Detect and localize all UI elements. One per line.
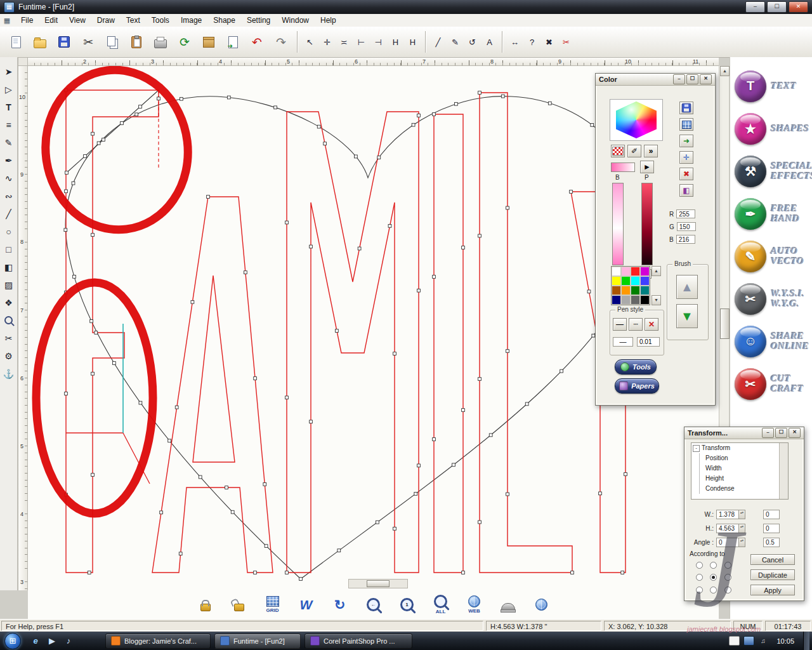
- transform-close-button[interactable]: ✕: [789, 428, 801, 438]
- import-button[interactable]: [221, 30, 244, 54]
- open-button[interactable]: [29, 30, 51, 54]
- taskbar-clock[interactable]: 10:05: [771, 637, 799, 645]
- rotate-view-button[interactable]: ↻: [327, 592, 353, 618]
- remove-color-button[interactable]: ✖: [679, 168, 693, 180]
- tree-item-position[interactable]: Position: [691, 453, 788, 463]
- stray-line-path[interactable]: [67, 90, 159, 173]
- swatch[interactable]: [631, 286, 640, 295]
- path-node[interactable]: [157, 97, 160, 100]
- path-node[interactable]: [113, 362, 116, 365]
- scissors-tool[interactable]: ✂: [1, 329, 17, 347]
- heart-outline-path[interactable]: [65, 96, 641, 579]
- pencil-tool[interactable]: ✎: [1, 134, 17, 151]
- horizontal-scrollbar-thumb[interactable]: [367, 580, 390, 587]
- swatch[interactable]: [612, 267, 621, 276]
- zoom-all-button[interactable]: ALL: [428, 592, 454, 618]
- path-node[interactable]: [501, 95, 504, 98]
- delete-node-button[interactable]: ✖: [541, 34, 557, 50]
- zoom-previous-button[interactable]: ←: [360, 592, 387, 618]
- path-node[interactable]: [299, 578, 303, 581]
- duplicate-button[interactable]: Duplicate: [750, 569, 795, 580]
- tools-button[interactable]: Tools: [615, 359, 657, 375]
- letter-m-path[interactable]: [287, 112, 419, 573]
- start-button[interactable]: ⊞: [4, 633, 21, 649]
- pattern-fill-button[interactable]: [611, 145, 625, 157]
- quick-launch-media[interactable]: ♪: [62, 634, 75, 648]
- sidebar-item-wysiwyg[interactable]: ✂ W.Y.S.I.W.Y.G.: [730, 277, 812, 320]
- node-select-button[interactable]: ↖: [302, 34, 318, 50]
- swatch[interactable]: [612, 276, 621, 286]
- anchor-radio[interactable]: [724, 574, 731, 581]
- distribute-horizontal-button[interactable]: H: [405, 34, 421, 50]
- text-tool[interactable]: T: [1, 98, 17, 116]
- direct-select-tool[interactable]: ▷: [1, 81, 17, 98]
- vertical-scrollbar-thumb[interactable]: [720, 308, 730, 339]
- quick-launch-browser[interactable]: e: [29, 634, 43, 648]
- transform-tree[interactable]: -Transform Position Width Height Condens…: [691, 442, 789, 500]
- print-button[interactable]: [149, 30, 172, 54]
- unlock-button[interactable]: [226, 592, 252, 618]
- path-node[interactable]: [478, 378, 481, 381]
- path-node[interactable]: [358, 247, 361, 250]
- letter-l-path[interactable]: [480, 93, 572, 573]
- gradient-strip[interactable]: [611, 162, 635, 172]
- path-node[interactable]: [254, 571, 257, 574]
- anchor-radio[interactable]: [696, 587, 703, 594]
- taskbar-item-funtime[interactable]: Funtime - [Fun2]: [214, 633, 301, 649]
- letter-i-path[interactable]: [434, 114, 463, 573]
- sidebar-item-shapes[interactable]: ★ SHAPES: [730, 107, 812, 150]
- zoom-actual-button[interactable]: 1: [394, 592, 421, 618]
- path-node[interactable]: [65, 171, 69, 175]
- node-align-button[interactable]: ≍: [336, 34, 352, 50]
- zoom-tool[interactable]: [1, 312, 17, 329]
- path-node[interactable]: [599, 492, 602, 495]
- path-node[interactable]: [121, 122, 124, 125]
- knife-tool[interactable]: ╱: [1, 205, 17, 222]
- text-paragraph-tool[interactable]: ≡: [1, 116, 17, 133]
- rectangle-tool[interactable]: □: [1, 241, 17, 258]
- path-node[interactable]: [489, 434, 492, 437]
- swatch[interactable]: [612, 286, 621, 295]
- pen-solid-button[interactable]: —: [613, 318, 627, 331]
- menu-edit[interactable]: Edit: [39, 15, 63, 26]
- menu-image[interactable]: Image: [175, 15, 207, 26]
- cut-button[interactable]: ✂: [77, 30, 100, 54]
- path-node[interactable]: [393, 352, 396, 355]
- child-window-icon[interactable]: ▦: [3, 16, 11, 25]
- swatch[interactable]: [631, 276, 640, 286]
- anchor-radio[interactable]: [710, 587, 717, 594]
- pen-width-field[interactable]: 0.01: [637, 337, 660, 347]
- swatch[interactable]: [621, 276, 631, 286]
- select-tool[interactable]: ➤: [1, 63, 17, 80]
- r-value-field[interactable]: 255: [676, 209, 695, 218]
- redo-button[interactable]: ↷: [270, 30, 292, 54]
- path-node[interactable]: [135, 113, 138, 116]
- gradient-button[interactable]: ◧: [679, 184, 693, 197]
- sidebar-item-free-hand[interactable]: ✒ FREEHAND: [730, 192, 812, 235]
- swatch[interactable]: [612, 295, 621, 305]
- path-node[interactable]: [285, 221, 289, 224]
- tree-item-condense[interactable]: Condense: [691, 484, 788, 494]
- path-node[interactable]: [84, 155, 87, 158]
- menu-window[interactable]: Window: [276, 15, 315, 26]
- fill-tool[interactable]: ◧: [1, 258, 17, 275]
- minimize-button[interactable]: –: [745, 1, 765, 13]
- path-node[interactable]: [90, 320, 93, 323]
- swatch-scroll-up[interactable]: ▲: [652, 266, 661, 276]
- purity-slider[interactable]: [641, 183, 653, 265]
- cut-path-button[interactable]: ✂: [558, 34, 574, 50]
- path-node[interactable]: [97, 142, 100, 145]
- grid-button[interactable]: GRID: [259, 592, 286, 618]
- curve-tool[interactable]: ∾: [1, 187, 17, 204]
- menu-shape[interactable]: Shape: [207, 15, 241, 26]
- path-node[interactable]: [91, 372, 95, 375]
- tree-item-height[interactable]: Height: [691, 474, 788, 484]
- anchor-radio[interactable]: [724, 587, 731, 594]
- letter-a-path[interactable]: [152, 197, 273, 573]
- swatch[interactable]: [640, 286, 650, 295]
- path-node[interactable]: [65, 392, 68, 395]
- space-horizontal-button[interactable]: H: [388, 34, 403, 50]
- show-desktop-button[interactable]: [803, 632, 809, 650]
- measure-button[interactable]: ↔: [507, 34, 523, 50]
- what-is-button[interactable]: ?: [524, 34, 540, 50]
